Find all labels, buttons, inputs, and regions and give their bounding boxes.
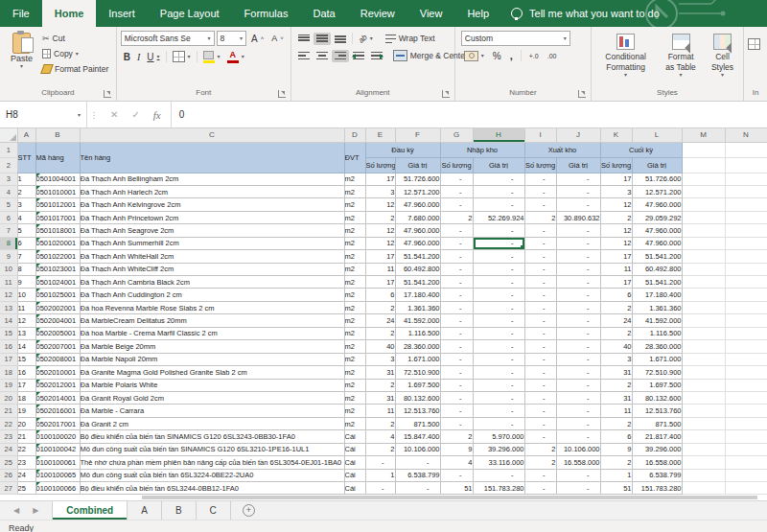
cell-G6[interactable]: 2: [440, 211, 473, 223]
cell-C27[interactable]: Bộ điều khiển của biến tần 6SL3244-0BB12…: [80, 482, 344, 495]
cell-I23[interactable]: -: [524, 430, 556, 443]
cell-F6[interactable]: 7.680.000: [395, 211, 440, 223]
column-header-J[interactable]: J: [556, 128, 600, 142]
cell-E24[interactable]: 2: [365, 443, 395, 455]
cell-D4[interactable]: m2: [344, 185, 365, 197]
header-value-1[interactable]: Giá trị: [395, 157, 440, 173]
cell-J3[interactable]: -: [556, 173, 600, 185]
cell-N1[interactable]: [725, 142, 767, 157]
cell-K19[interactable]: 2: [600, 379, 632, 391]
header-group-4[interactable]: Cuối kỳ: [600, 142, 682, 157]
cell-K14[interactable]: 24: [600, 314, 632, 327]
cell-A16[interactable]: 14: [17, 340, 35, 353]
cell-F14[interactable]: 41.592.000: [395, 314, 440, 327]
cell-C8[interactable]: Đá Thạch Anh Summerhill 2cm: [80, 237, 344, 249]
cell-C5[interactable]: Đá Thạch Anh Kelvingrove 2cm: [80, 198, 344, 211]
cell-M27[interactable]: [682, 482, 725, 495]
ribbon-tab-file[interactable]: File: [0, 0, 42, 27]
cell-I16[interactable]: -: [524, 340, 556, 353]
cell-F23[interactable]: 15.847.400: [395, 430, 440, 443]
cell-I4[interactable]: -: [524, 185, 556, 197]
cell-J6[interactable]: 30.890.632: [556, 211, 600, 223]
row-header-14[interactable]: 14: [0, 314, 17, 327]
row-header-26[interactable]: 26: [0, 469, 17, 481]
italic-button[interactable]: I: [134, 50, 143, 64]
insert-function-icon[interactable]: fx: [153, 109, 161, 121]
cell-C18[interactable]: Đá Granite Magma Gold Polished Granite S…: [80, 366, 344, 379]
select-all-button[interactable]: [0, 128, 17, 142]
cell-H24[interactable]: 39.296.000: [473, 443, 524, 455]
column-header-G[interactable]: G: [440, 128, 473, 142]
cell-B11[interactable]: 0501024001: [35, 276, 80, 289]
cell-N3[interactable]: [725, 173, 767, 185]
cell-D17[interactable]: m2: [344, 353, 365, 365]
cell-M26[interactable]: [682, 469, 725, 481]
sheet-tab-c[interactable]: C: [197, 501, 231, 520]
cell-D18[interactable]: m2: [344, 366, 365, 379]
cell-J26[interactable]: -: [556, 469, 600, 481]
format-painter-button[interactable]: Format Painter: [39, 62, 111, 76]
cell-C10[interactable]: Đá Thạch Anh WhiteCliff 2cm: [80, 263, 344, 275]
cell-L20[interactable]: 80.132.600: [632, 391, 682, 404]
cell-H14[interactable]: -: [473, 314, 524, 327]
cell-N4[interactable]: [725, 185, 767, 197]
header-value-2[interactable]: Giá trị: [473, 157, 524, 173]
cell-A26[interactable]: 24: [17, 469, 35, 481]
cell-L7[interactable]: 47.960.000: [632, 224, 682, 237]
header-dvt[interactable]: ĐVT: [344, 142, 365, 173]
cell-M18[interactable]: [682, 366, 725, 379]
cell-F11[interactable]: 51.541.200: [395, 276, 440, 289]
cell-B6[interactable]: 0501017001: [35, 211, 80, 223]
align-center-button[interactable]: [314, 50, 331, 62]
cell-B21[interactable]: 0502016001: [35, 405, 80, 417]
cell-E9[interactable]: 17: [365, 250, 395, 263]
cell-N19[interactable]: [725, 379, 767, 391]
cell-I22[interactable]: -: [524, 417, 556, 429]
cell-B23[interactable]: 0100100020: [35, 430, 80, 443]
cell-B22[interactable]: 0502017001: [35, 417, 80, 429]
cell-L5[interactable]: 47.960.000: [632, 198, 682, 211]
cell-I20[interactable]: -: [524, 391, 556, 404]
row-header-25[interactable]: 25: [0, 456, 17, 469]
horizontal-scrollbar[interactable]: [0, 495, 767, 500]
cell-G17[interactable]: -: [440, 353, 473, 365]
cell-D7[interactable]: m2: [344, 224, 365, 237]
conditional-formatting-button[interactable]: Conditional Formatting▾: [595, 31, 656, 78]
cell-J14[interactable]: -: [556, 314, 600, 327]
cell-H22[interactable]: -: [473, 417, 524, 429]
cell-D6[interactable]: m2: [344, 211, 365, 223]
cell-A17[interactable]: 15: [17, 353, 35, 365]
cell-E15[interactable]: 2: [365, 327, 395, 339]
cell-D21[interactable]: m2: [344, 405, 365, 417]
cell-A15[interactable]: 13: [17, 327, 35, 339]
paste-button[interactable]: Paste ▾: [4, 31, 39, 71]
cell-L15[interactable]: 1.116.500: [632, 327, 682, 339]
cell-F16[interactable]: 28.360.000: [395, 340, 440, 353]
cell-F24[interactable]: 10.106.000: [395, 443, 440, 455]
cell-G14[interactable]: -: [440, 314, 473, 327]
cell-J27[interactable]: -: [556, 482, 600, 495]
cell-M7[interactable]: [682, 224, 725, 237]
cancel-icon[interactable]: ✕: [110, 109, 118, 120]
header-value-3[interactable]: Giá trị: [556, 157, 600, 173]
cell-L18[interactable]: 72.510.900: [632, 366, 682, 379]
borders-button[interactable]: ▾: [170, 49, 194, 64]
cell-E16[interactable]: 40: [365, 340, 395, 353]
cell-L27[interactable]: 151.783.280: [632, 482, 682, 495]
cell-D8[interactable]: m2: [344, 237, 365, 249]
cell-A11[interactable]: 9: [17, 276, 35, 289]
cell-J23[interactable]: -: [556, 430, 600, 443]
cell-A18[interactable]: 16: [17, 366, 35, 379]
cell-A9[interactable]: 7: [17, 250, 35, 263]
cell-L24[interactable]: 39.296.000: [632, 443, 682, 455]
header-ma-hang[interactable]: Mã hàng: [35, 142, 80, 173]
percent-style-button[interactable]: %: [490, 49, 504, 63]
cell-M23[interactable]: [682, 430, 725, 443]
cell-D15[interactable]: m2: [344, 327, 365, 339]
cell-F7[interactable]: 47.960.000: [395, 224, 440, 237]
row-header-17[interactable]: 17: [0, 353, 17, 365]
cell-A19[interactable]: 17: [17, 379, 35, 391]
cell-F3[interactable]: 51.726.600: [395, 173, 440, 185]
cell-K4[interactable]: 3: [600, 185, 632, 197]
cell-M2[interactable]: [682, 157, 725, 173]
